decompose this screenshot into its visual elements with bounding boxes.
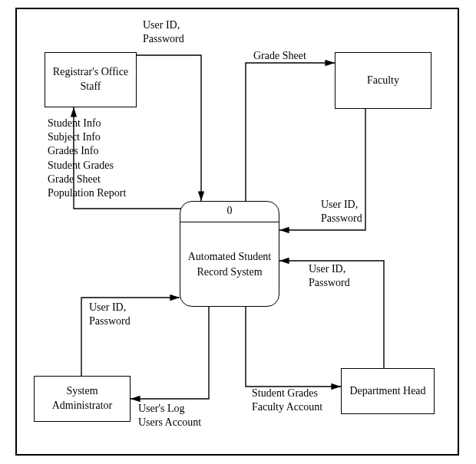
label-faculty-in: User ID, Password bbox=[321, 198, 362, 225]
label-registrar-out: Student Info Subject Info Grades Info St… bbox=[48, 117, 126, 200]
label-depthead-out: Student Grades Faculty Account bbox=[252, 387, 322, 414]
diagram-canvas: 0 Automated Student Record System Regist… bbox=[0, 0, 476, 464]
entity-depthead: Department Head bbox=[341, 368, 435, 414]
label-faculty-out: Grade Sheet bbox=[253, 49, 306, 63]
process-asrs: 0 Automated Student Record System bbox=[180, 201, 279, 307]
label-sysadmin-out: User's Log Users Account bbox=[138, 402, 201, 429]
entity-registrar: Registrar's Office Staff bbox=[45, 52, 137, 107]
entity-faculty: Faculty bbox=[335, 52, 431, 109]
label-sysadmin-in: User ID, Password bbox=[89, 301, 131, 328]
entity-sysadmin: System Administrator bbox=[34, 376, 131, 422]
process-title: Automated Student Record System bbox=[180, 222, 279, 306]
label-depthead-in: User ID, Password bbox=[309, 262, 350, 290]
label-registrar-in: User ID, Password bbox=[143, 18, 184, 46]
process-number: 0 bbox=[180, 202, 279, 222]
